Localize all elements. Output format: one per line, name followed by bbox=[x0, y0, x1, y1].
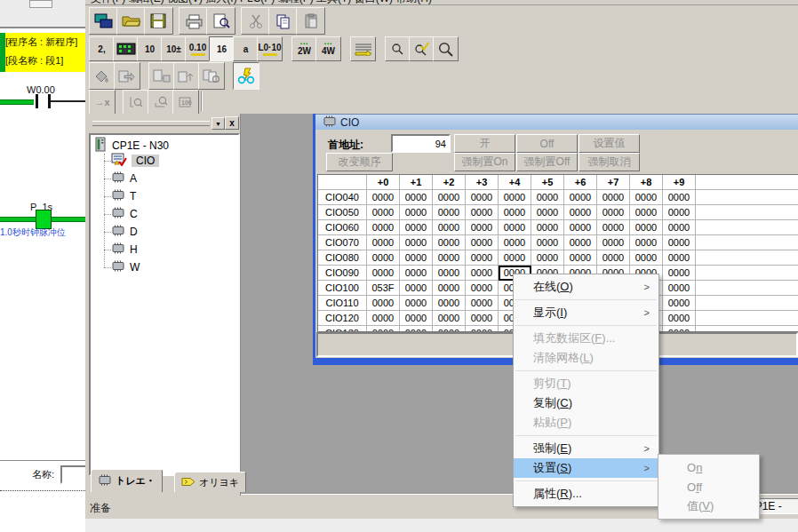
row-header[interactable]: CIO130 bbox=[318, 326, 367, 332]
hex-display-button[interactable]: 16 bbox=[209, 36, 235, 61]
memory-cell[interactable]: 0000 bbox=[564, 250, 597, 266]
memory-cell[interactable]: 0000 bbox=[630, 250, 663, 266]
row-header[interactable]: CIO090 bbox=[318, 266, 367, 281]
memory-cell[interactable]: 0000 bbox=[400, 266, 433, 281]
memory-cell[interactable]: 0000 bbox=[400, 250, 433, 266]
memory-cell[interactable]: 0000 bbox=[400, 220, 433, 235]
menu-properties[interactable]: 属性(R)... bbox=[514, 484, 658, 504]
memory-cell[interactable]: 0000 bbox=[531, 220, 564, 235]
signed-float-display-button[interactable]: L0·10 bbox=[257, 36, 283, 61]
tree-item-h[interactable]: H bbox=[111, 241, 138, 258]
memory-cell[interactable]: 0000 bbox=[367, 235, 400, 250]
memory-cell[interactable]: 0000 bbox=[597, 250, 630, 266]
memory-cell[interactable]: 0000 bbox=[433, 326, 466, 332]
memory-cell[interactable]: 0000 bbox=[367, 205, 400, 220]
row-header[interactable]: CIO080 bbox=[318, 250, 367, 266]
text-display-button[interactable]: a bbox=[233, 36, 259, 61]
change-order-button[interactable]: 改变顺序 bbox=[326, 153, 393, 171]
submenu-on[interactable]: On bbox=[658, 457, 759, 477]
memory-cell[interactable]: 0000 bbox=[597, 220, 630, 235]
menu-set[interactable]: 设置(S)> bbox=[514, 458, 658, 478]
tree-item-a[interactable]: A bbox=[111, 170, 137, 187]
memory-cell[interactable]: 0000 bbox=[499, 250, 531, 266]
two-word-button[interactable]: ▪▪▪2W bbox=[291, 36, 317, 61]
memory-cell[interactable]: 0000 bbox=[499, 235, 531, 250]
tree-item-w[interactable]: W bbox=[111, 258, 140, 276]
memory-cell[interactable]: 0000 bbox=[433, 250, 466, 266]
row-header[interactable]: CIO100 bbox=[318, 281, 367, 296]
memory-cell[interactable]: 0000 bbox=[531, 190, 564, 205]
memory-cell[interactable]: 0000 bbox=[400, 326, 433, 332]
menu-paste[interactable]: 粘贴(P) bbox=[514, 413, 658, 433]
memory-cell[interactable]: 0000 bbox=[663, 326, 696, 332]
memory-cell[interactable]: 0000 bbox=[367, 250, 400, 266]
tab-memory[interactable]: トレエ・ bbox=[91, 469, 163, 492]
decimal-display-button[interactable]: 10 bbox=[137, 36, 163, 61]
force-cancel-all-button[interactable]: →x bbox=[89, 90, 116, 115]
save-button[interactable] bbox=[144, 7, 173, 35]
row-header[interactable]: CIO050 bbox=[318, 205, 367, 220]
tree-item-d[interactable]: D bbox=[111, 223, 138, 241]
memory-cell[interactable]: 0000 bbox=[433, 281, 466, 296]
panel-dropdown-button[interactable]: ▼ bbox=[211, 117, 225, 130]
address-order-button[interactable] bbox=[350, 36, 376, 61]
memory-cell[interactable]: 0000 bbox=[466, 220, 499, 235]
zoom-in-button[interactable] bbox=[433, 36, 459, 61]
memory-cell[interactable]: 0000 bbox=[499, 220, 531, 235]
memory-cell[interactable]: 0000 bbox=[597, 190, 630, 205]
memory-cell[interactable]: 0000 bbox=[564, 190, 597, 205]
submenu-value[interactable]: 值(V) bbox=[658, 496, 759, 516]
force-set-off-button[interactable]: 强制置Off bbox=[516, 153, 578, 171]
paste-button[interactable] bbox=[296, 7, 325, 35]
panel-close-button[interactable]: x bbox=[225, 116, 239, 130]
memory-cell[interactable]: 0000 bbox=[466, 250, 499, 266]
memory-cell[interactable]: 0000 bbox=[367, 190, 400, 205]
memory-cell[interactable]: 0000 bbox=[367, 326, 400, 332]
memory-cell[interactable]: 0000 bbox=[630, 235, 663, 250]
submenu-off[interactable]: Off bbox=[658, 477, 759, 496]
memory-cell[interactable]: 0000 bbox=[597, 235, 630, 250]
menu-bar[interactable]: 文件(F) 编辑(E) 视图(V) 插入(I) PLC(P) 编程(P) 工具(… bbox=[85, 0, 798, 5]
memory-cell[interactable]: 0000 bbox=[367, 311, 400, 326]
memory-cell[interactable]: 0000 bbox=[663, 250, 696, 266]
zoom-check-button[interactable] bbox=[409, 36, 435, 61]
tab-address[interactable]: オリヨキ bbox=[174, 472, 246, 492]
memory-cell[interactable]: 0000 bbox=[466, 190, 499, 205]
memory-cell[interactable]: 0000 bbox=[367, 220, 400, 235]
memory-cell[interactable]: 0000 bbox=[564, 205, 597, 220]
menu-fill-data-area[interactable]: 填充数据区(F)... bbox=[514, 329, 658, 348]
memory-cell[interactable]: 0000 bbox=[630, 205, 663, 220]
monitor-button[interactable] bbox=[233, 62, 259, 90]
memory-cell[interactable]: 0000 bbox=[597, 205, 630, 220]
row-header[interactable]: CIO060 bbox=[318, 220, 367, 235]
print-preview-button[interactable] bbox=[206, 7, 235, 35]
memory-cell[interactable]: 0000 bbox=[433, 190, 466, 205]
watch-add-button[interactable] bbox=[148, 90, 174, 115]
tree-item-cio[interactable]: CIO bbox=[111, 152, 159, 170]
memory-cell[interactable]: 0000 bbox=[499, 205, 531, 220]
cut-button[interactable] bbox=[241, 7, 270, 35]
memory-cell[interactable]: 0000 bbox=[400, 190, 433, 205]
memory-cell[interactable]: 0000 bbox=[663, 220, 696, 235]
memory-cell[interactable]: 0000 bbox=[400, 311, 433, 326]
memory-cell[interactable]: 0000 bbox=[499, 190, 531, 205]
menu-cut[interactable]: 剪切(T) bbox=[514, 374, 658, 393]
memory-cell[interactable]: 0000 bbox=[630, 220, 663, 235]
memory-cell[interactable]: 0000 bbox=[400, 205, 433, 220]
memory-cell[interactable]: 0000 bbox=[663, 296, 696, 311]
memory-cell[interactable]: 0000 bbox=[531, 205, 564, 220]
row-header[interactable]: CIO110 bbox=[318, 296, 367, 311]
memory-cell[interactable]: 0000 bbox=[433, 220, 466, 235]
new-project-button[interactable] bbox=[89, 7, 118, 35]
force-set-on-button[interactable]: 强制置On bbox=[454, 153, 515, 171]
download-to-plc-button[interactable] bbox=[148, 62, 175, 90]
panel-grip[interactable] bbox=[92, 121, 210, 126]
memory-cell[interactable]: 0000 bbox=[433, 296, 466, 311]
memory-cell[interactable]: 0000 bbox=[466, 311, 499, 326]
float-display-button[interactable]: 0.10 bbox=[185, 36, 211, 61]
memory-cell[interactable]: 0000 bbox=[630, 190, 663, 205]
memory-cell[interactable]: 0000 bbox=[466, 281, 499, 296]
memory-cell[interactable]: 0000 bbox=[433, 311, 466, 326]
start-address-input[interactable] bbox=[391, 134, 451, 153]
memory-cell[interactable]: 0000 bbox=[564, 220, 597, 235]
